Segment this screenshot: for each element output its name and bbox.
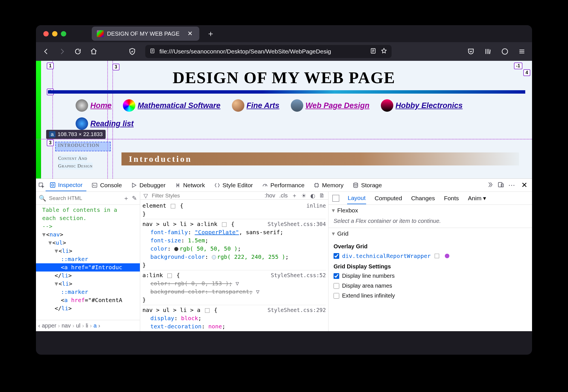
home-button[interactable] [89,46,99,57]
back-button[interactable] [41,46,51,57]
crumb-scroll-left-icon[interactable]: ‹ [38,322,40,329]
css-rules[interactable]: inline element {} StyleSheet.css:304 nav… [140,200,328,331]
app-menu-button[interactable] [517,46,527,57]
reload-button[interactable] [73,46,83,57]
section-banner: Introduction [121,152,519,165]
devtools-tab-bar: Inspector Console Debugger Network Style… [36,179,532,192]
style-editor-icon [214,182,220,188]
traffic-lights [43,31,66,36]
layout-pane: Layout Computed Changes Fonts Anim ▾ ▾Fl… [328,192,532,331]
browser-tab[interactable]: DESIGN OF MY WEB PAGE ✕ [92,27,199,41]
subtab-layout[interactable]: Layout [347,192,366,204]
tab-storage[interactable]: Storage [349,180,386,191]
tab-console[interactable]: Console [87,180,126,191]
breadcrumb[interactable]: ‹ apper› nav› ul› li› a › [36,320,140,331]
bookmark-star-icon[interactable] [381,48,387,55]
network-icon [175,182,181,188]
grid-color-swatch[interactable] [445,254,449,258]
opt-line-numbers[interactable]: Display line numbers [334,271,527,281]
dom-selected-node[interactable]: <a href="#Introduc [36,263,140,272]
svg-rect-7 [315,184,318,187]
top-navigation: Home Mathematical Software Fine Arts Web… [76,99,521,112]
sidenav-content[interactable]: Content And [58,155,87,162]
styles-pane: ▽ :hov .cls ＋ ☀ ◐ 🗎 inline element {} [140,192,328,331]
reader-mode-icon[interactable] [370,48,376,55]
tab-debugger[interactable]: Debugger [127,180,169,191]
opt-area-names[interactable]: Display area names [334,281,527,291]
target-icon[interactable] [435,254,439,258]
subtab-computed[interactable]: Computed [374,193,403,204]
add-element-icon[interactable]: ＋ [123,194,129,202]
filter-styles-input[interactable] [152,193,219,199]
svg-rect-4 [50,182,55,187]
storage-icon [353,182,359,188]
grid-section-header[interactable]: ▾Grid [328,228,532,239]
light-theme-icon[interactable]: ☀ [301,192,306,199]
inspector-icon [50,182,56,188]
flexbox-hint: Select a Flex container or item to conti… [334,218,441,224]
dark-theme-icon[interactable]: ◐ [310,192,315,199]
page-heading: DESIGN OF MY WEB PAGE [36,68,532,87]
forward-button[interactable] [57,46,67,57]
home-icon [76,99,88,112]
page-viewport: 1 2 3 3 -1 4 DESIGN OF MY WEB PAGE Home … [36,61,532,178]
flexbox-section-header[interactable]: ▾Flexbox [328,205,532,216]
close-window-button[interactable] [43,31,49,36]
page-info-icon[interactable] [150,48,155,55]
tab-performance[interactable]: Performance [258,180,308,191]
console-icon [91,182,98,188]
search-html-input[interactable] [49,195,120,201]
tab-inspector[interactable]: Inspector [46,179,86,191]
dom-pane: 🔍 ＋ ✎ Table of contents in a each sectio… [36,192,140,331]
performance-icon [262,182,268,188]
crumb-scroll-right-icon[interactable]: › [98,322,100,329]
tab-memory[interactable]: Memory [309,180,347,191]
dom-tree[interactable]: Table of contents in a each section. -->… [36,205,140,320]
print-media-icon[interactable]: 🗎 [319,192,325,199]
subtab-animations[interactable]: Anim ▾ [467,193,487,204]
tab-network[interactable]: Network [171,180,209,191]
cd-icon [123,99,135,112]
tube-icon [381,99,393,112]
tab-close-button[interactable]: ✕ [186,29,194,38]
maximize-window-button[interactable] [61,31,66,36]
filter-icon: ▽ [144,192,148,199]
overlay-grid-heading: Overlay Grid [334,241,527,251]
sidenav-intro[interactable]: Introduction [58,143,99,148]
library-icon[interactable] [483,46,493,57]
tab-style-editor[interactable]: Style Editor [210,180,257,191]
cls-button[interactable]: .cls [279,192,288,199]
nav-math[interactable]: Mathematical Software [123,99,221,112]
opt-extend-lines[interactable]: Extend lines infinitely [334,291,527,301]
url-bar[interactable]: file:///Users/seanoconnor/Desktop/Sean/W… [145,45,392,58]
subtab-fonts[interactable]: Fonts [443,193,460,204]
add-rule-icon[interactable]: ＋ [292,192,297,199]
nav-reading-row: Reading list [76,117,134,130]
pocket-icon[interactable] [466,46,476,57]
responsive-mode-icon[interactable] [497,181,504,189]
meatball-menu-icon[interactable]: ⋯ [508,181,515,189]
grid-overlay-checkbox[interactable]: div.technicalReportWrapper [334,251,527,261]
pick-element-icon[interactable] [38,182,44,188]
window-titlebar: DESIGN OF MY WEB PAGE ✕ ＋ [36,25,532,42]
eyedropper-icon[interactable]: ✎ [132,195,137,202]
pseudo-hov-button[interactable]: :hov [264,192,275,199]
nav-art[interactable]: Fine Arts [232,99,279,112]
account-icon[interactable] [500,46,510,57]
shield-icon[interactable] [127,46,137,57]
sidenav-graphic[interactable]: Graphic Design [58,163,93,169]
devtools-close-button[interactable]: ✕ [519,180,530,191]
nav-reading[interactable]: Reading list [76,117,134,130]
svg-point-8 [354,183,358,184]
subtab-changes[interactable]: Changes [411,193,435,204]
nav-home[interactable]: Home [76,99,112,112]
nav-hw[interactable]: Hobby Electronics [381,99,463,112]
nav-web[interactable]: Web Page Design [291,99,370,112]
layout-sidebar-toggle-icon[interactable] [332,195,339,202]
debugger-icon [131,182,137,188]
tab-title: DESIGN OF MY WEB PAGE [107,31,180,37]
minimize-window-button[interactable] [52,31,57,36]
favicon-icon [97,30,104,37]
tabs-overflow-icon[interactable] [487,181,494,189]
new-tab-button[interactable]: ＋ [207,28,215,39]
